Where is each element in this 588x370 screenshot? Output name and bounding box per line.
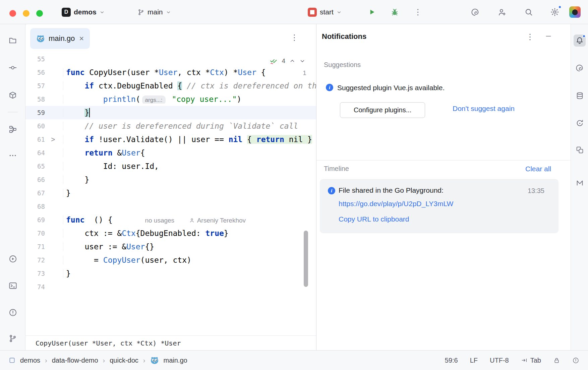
breadcrumb-item[interactable]: main.go — [164, 357, 187, 364]
project-widget[interactable]: D demos — [59, 5, 107, 19]
line-number[interactable]: 57 — [25, 82, 45, 89]
code-line[interactable]: 66 } — [25, 173, 316, 186]
code-line[interactable]: 72 _ = CopyUser(user, ctx) — [25, 253, 316, 267]
fold-arrow-icon[interactable]: > — [45, 135, 63, 143]
line-number[interactable]: 65 — [25, 163, 45, 170]
line-number[interactable]: 67 — [25, 189, 45, 197]
maximize-window-button[interactable] — [36, 10, 43, 17]
play-icon — [367, 8, 376, 16]
dont-suggest-link[interactable]: Don't suggest again — [453, 105, 515, 113]
code-with-me-button[interactable] — [495, 6, 508, 18]
prev-problem-chevron-icon[interactable] — [289, 58, 295, 64]
line-number[interactable]: 68 — [25, 203, 45, 210]
minimize-window-button[interactable] — [23, 10, 30, 17]
line-number[interactable]: 66 — [25, 176, 45, 183]
line-number[interactable]: 73 — [25, 270, 45, 277]
line-number[interactable]: 55 — [25, 55, 45, 63]
file-lock-widget[interactable] — [553, 357, 560, 364]
dependencies-tool-button[interactable] — [574, 144, 586, 156]
line-number[interactable]: 64 — [25, 149, 45, 157]
code-line[interactable]: 71 user := &User{} — [25, 240, 316, 253]
run-tool-button[interactable] — [7, 253, 19, 265]
ai-assistant-tool-button[interactable] — [574, 62, 586, 74]
line-number[interactable]: 70 — [25, 230, 45, 237]
line-number[interactable]: 61 — [25, 136, 45, 143]
code-line[interactable]: 67} — [25, 186, 316, 200]
breadcrumb-item[interactable]: quick-doc — [110, 357, 138, 364]
tab-main-go[interactable]: main.go × — [30, 28, 90, 49]
settings-button[interactable] — [548, 6, 561, 18]
run-button[interactable] — [365, 6, 378, 18]
clear-all-link[interactable]: Clear all — [525, 165, 551, 173]
code-line[interactable]: 58 println(args...: "copy user...") — [25, 92, 316, 106]
structure-tool-button[interactable] — [7, 123, 19, 135]
notifications-tool-button[interactable] — [574, 35, 586, 47]
line-number[interactable]: 60 — [25, 122, 45, 130]
playground-url-link[interactable]: https://go.dev/play/p/U2pD_LY3mLW — [339, 200, 453, 208]
commit-tool-button[interactable] — [7, 62, 19, 74]
code-line[interactable]: 69func _() { no usages Arseniy Terekhov — [25, 213, 316, 227]
terminal-tool-button[interactable] — [7, 280, 19, 292]
line-number[interactable]: 56 — [25, 69, 45, 76]
caret-position-widget[interactable]: 59:6 — [445, 357, 458, 364]
lock-icon — [553, 357, 560, 364]
line-number[interactable]: 71 — [25, 243, 45, 250]
more-tools-button[interactable] — [7, 149, 19, 162]
code-line[interactable]: 74 — [25, 280, 316, 294]
panel-options-button[interactable]: ⋮ — [526, 32, 534, 42]
profiler-tool-button[interactable] — [574, 117, 586, 129]
breadcrumb-item[interactable]: data-flow-demo — [52, 357, 98, 364]
run-configuration-widget[interactable]: start — [305, 5, 344, 19]
highlighting-level-widget[interactable] — [572, 357, 579, 364]
close-window-button[interactable] — [9, 10, 16, 17]
mail-tool-button[interactable] — [574, 177, 586, 189]
line-number[interactable]: 58 — [25, 96, 45, 103]
code-line[interactable]: 68 — [25, 200, 316, 213]
more-actions-button[interactable]: ⋮ — [412, 6, 424, 18]
next-problem-chevron-icon[interactable] — [299, 58, 305, 64]
database-tool-button[interactable] — [574, 89, 586, 102]
version-control-tool-button[interactable] — [7, 332, 19, 345]
line-number[interactable]: 72 — [25, 256, 45, 264]
line-number[interactable]: 69 — [25, 216, 45, 224]
code-line[interactable]: 56func CopyUser(user *User, ctx *Ctx) *U… — [25, 66, 316, 79]
code-token: true — [205, 229, 224, 238]
code-line[interactable]: 64 return &User{ — [25, 146, 316, 160]
inspections-widget[interactable]: 4 — [268, 56, 307, 66]
encoding-widget[interactable]: UTF-8 — [490, 357, 509, 364]
breadcrumb-item[interactable]: demos — [20, 357, 40, 364]
tab-options-button[interactable]: ⋮ — [290, 33, 299, 42]
code-line[interactable]: 57 if ctx.DebugEnabled { // ctx is deref… — [25, 79, 316, 92]
code-line[interactable]: 59 } — [25, 106, 316, 119]
breadcrumb-separator: › — [143, 357, 145, 364]
code-text: } — [63, 189, 316, 197]
debug-button[interactable] — [388, 6, 401, 18]
copy-url-link[interactable]: Copy URL to clipboard — [339, 215, 409, 223]
project-tool-button[interactable] — [7, 34, 19, 46]
line-number[interactable]: 74 — [25, 283, 45, 291]
editor-scrollbar[interactable] — [304, 231, 308, 287]
line-number[interactable]: 59 — [25, 109, 45, 116]
blocks-icon — [576, 146, 584, 154]
window-icon[interactable] — [9, 357, 15, 364]
panel-minimize-button[interactable] — [545, 33, 552, 40]
code-line[interactable]: 61> if !user.Validate() || user == nil {… — [25, 133, 316, 146]
code-token: User — [122, 148, 140, 157]
tab-close-icon[interactable]: × — [79, 34, 84, 43]
code-line[interactable]: 73} — [25, 267, 316, 280]
search-everywhere-button[interactable] — [522, 6, 535, 18]
line-ending-widget[interactable]: LF — [470, 357, 478, 364]
indent-widget[interactable]: Tab — [521, 357, 541, 364]
code-line[interactable]: 65 Id: user.Id, — [25, 160, 316, 173]
code-line[interactable]: 70 ctx := &Ctx{DebugEnabled: true} — [25, 227, 316, 240]
packages-tool-button[interactable] — [7, 89, 19, 101]
vcs-branch-widget[interactable]: main — [135, 5, 174, 19]
code-text: func _() { no usages Arseniy Terekhov — [63, 215, 316, 224]
ai-assistant-button[interactable] — [469, 6, 481, 18]
breadcrumb-separator: › — [45, 357, 47, 364]
code-text: return &User{ — [63, 148, 316, 157]
user-avatar[interactable] — [569, 6, 581, 18]
configure-plugins-button[interactable]: Configure plugins... — [340, 102, 425, 118]
problems-tool-button[interactable] — [7, 306, 19, 318]
code-line[interactable]: 60 // user is dereferenced during `Valid… — [25, 119, 316, 133]
